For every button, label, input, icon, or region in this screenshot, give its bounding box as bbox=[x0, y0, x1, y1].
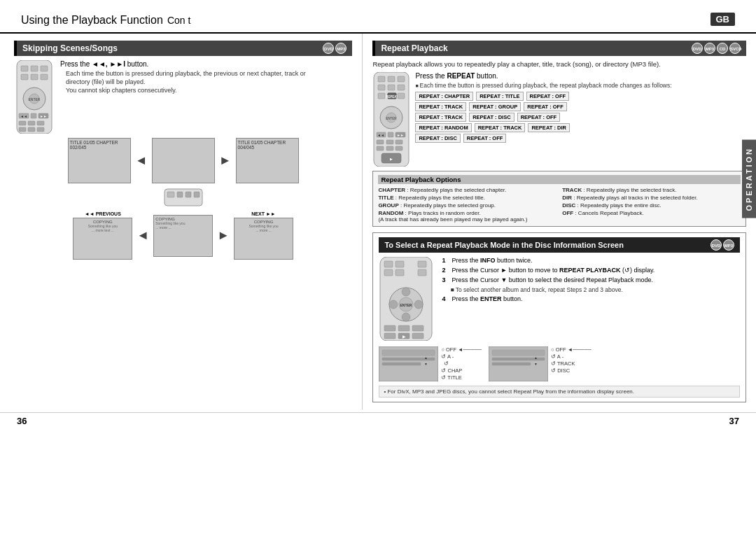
svg-rect-73 bbox=[412, 333, 424, 339]
svg-rect-47 bbox=[396, 140, 402, 144]
skip-prev-block: ◄◄ PREVIOUS COPYING Something like you..… bbox=[73, 211, 132, 260]
left-column: Skipping Scenes/Songs DVD MP3 bbox=[0, 34, 363, 409]
skip-nav-arrow-back2: ◄ bbox=[136, 228, 149, 243]
repeat-row-2: REPEAT : TRACK REPEAT : DISC REPEAT : OF… bbox=[415, 113, 746, 122]
svg-rect-5 bbox=[31, 74, 38, 80]
skip-content: ENTER ◄◄ ►► bbox=[14, 60, 352, 134]
diag-disc-d: ↺ DISC bbox=[551, 367, 592, 374]
repeat-cd-icon: CD bbox=[717, 43, 728, 54]
svg-rect-49 bbox=[386, 146, 393, 150]
diag-off-arrow-2: ○ OFF ◄───── bbox=[551, 346, 592, 353]
repeat-dir: REPEAT : DIR bbox=[528, 123, 569, 132]
to-select-title: To Select a Repeat Playback Mode in the … bbox=[384, 241, 624, 249]
repeat-title: REPEAT : TITLE bbox=[476, 92, 523, 101]
skip-nav-arrow-fwd2: ► bbox=[217, 228, 230, 243]
repeat-instructions-area: Press the REPEAT button. Each time the b… bbox=[415, 72, 746, 167]
svg-rect-19 bbox=[28, 127, 35, 132]
page: Using the Playback Function Con t GB Ski… bbox=[0, 0, 756, 541]
remote-svg-skip: ENTER ◄◄ ►► bbox=[14, 60, 55, 134]
svg-rect-33 bbox=[378, 93, 385, 99]
skip-screen-label-1: TITLE 01/05 CHAPTER 002/045 bbox=[70, 140, 130, 150]
option-random: RANDOM : Plays tracks in random order.(A… bbox=[378, 210, 556, 223]
svg-text:ENTER: ENTER bbox=[400, 303, 412, 307]
steps-area: ENTER ▶ bbox=[379, 257, 740, 342]
skip-screen-5: COPYING Something like you... more ... bbox=[153, 215, 213, 257]
repeat-chapter: REPEAT : CHAPTER bbox=[415, 92, 473, 101]
skip-screen-4: COPYING Something like you... more text … bbox=[73, 218, 132, 260]
step-1-num: 1 bbox=[442, 257, 449, 264]
diag-screen-2: ▲ ▼ bbox=[489, 346, 548, 383]
svg-point-62 bbox=[402, 313, 410, 321]
svg-text:▼: ▼ bbox=[424, 362, 428, 366]
svg-rect-36 bbox=[398, 93, 405, 99]
option-disc: DISC : Repeatedly plays the entire disc. bbox=[562, 202, 741, 209]
page-num-right: 37 bbox=[729, 416, 739, 426]
svg-rect-25 bbox=[194, 192, 200, 197]
repeat-icons: DVD MP3 CD SVCD bbox=[692, 43, 741, 54]
options-title: Repeat Playback Options bbox=[378, 175, 741, 184]
skip-screen-3: TITLE 01/05 CHAPTER 004/045 bbox=[236, 138, 299, 183]
step-3-num: 3 bbox=[442, 276, 449, 283]
svg-rect-24 bbox=[186, 192, 191, 197]
skip-nav-arrow-back: ◄ bbox=[135, 153, 148, 168]
svg-rect-54 bbox=[384, 261, 393, 267]
repeat-dvd-icon: DVD bbox=[692, 43, 703, 54]
svg-text:◄◄: ◄◄ bbox=[20, 114, 27, 118]
repeat-off-2: REPEAT : OFF bbox=[517, 113, 561, 122]
repeat-main-area: REPEAT ENTER ◄◄ ►► bbox=[372, 72, 746, 167]
option-track: TRACK : Repeatedly plays the selected tr… bbox=[562, 187, 741, 193]
svg-rect-56 bbox=[418, 261, 426, 267]
svg-rect-4 bbox=[21, 74, 28, 80]
svg-text:▶: ▶ bbox=[390, 157, 393, 161]
page-numbers: 36 37 bbox=[0, 412, 756, 429]
step-2: 2 Press the Cursor ► button to move to R… bbox=[442, 267, 740, 274]
skip-screen6-content: COPYING Something like you... more ... bbox=[234, 218, 293, 234]
svg-rect-75 bbox=[382, 350, 435, 356]
skip-icons: DVD MP3 bbox=[323, 43, 346, 54]
svg-rect-29 bbox=[398, 76, 405, 82]
repeat-disc-4: REPEAT : DISC bbox=[415, 134, 460, 143]
repeat-mp3-icon: MP3 bbox=[704, 43, 715, 54]
svg-rect-15 bbox=[19, 121, 26, 125]
step-3: 3 Press the Cursor ▼ button to select th… bbox=[442, 276, 740, 283]
svg-point-64 bbox=[414, 300, 423, 309]
diag-screen-svg-2: ▲ ▼ bbox=[489, 346, 548, 381]
option-group: GROUP : Repeatedly plays the selected gr… bbox=[378, 202, 556, 209]
steps-content: 1 Press the INFO button twice. 2 Press t… bbox=[442, 257, 740, 342]
option-off: OFF : Cancels Repeat Playback. bbox=[562, 210, 741, 223]
svg-rect-32 bbox=[398, 85, 405, 90]
skip-prev-label: ◄◄ PREVIOUS bbox=[73, 211, 132, 216]
repeat-section-title: Repeat Playback bbox=[381, 43, 447, 53]
repeat-press-line: Press the REPEAT button. bbox=[415, 72, 746, 80]
option-chapter: CHAPTER : Repeatedly plays the selected … bbox=[378, 187, 556, 193]
header: Using the Playback Function Con t GB bbox=[0, 0, 756, 34]
options-grid: CHAPTER : Repeatedly plays the selected … bbox=[378, 187, 741, 223]
option-title: TITLE : Repeatedly plays the selected ti… bbox=[378, 195, 556, 201]
repeat-track-2: REPEAT : TRACK bbox=[415, 113, 466, 122]
subtitle-text: Con t bbox=[167, 15, 190, 26]
diag-a3: ↺ A - bbox=[551, 353, 592, 360]
step-4-text: Press the ENTER button. bbox=[451, 295, 522, 302]
diag-block-2: ▲ ▼ ○ OFF ◄───── ↺ A - ↺ TRACK ↺ DISC bbox=[489, 346, 592, 383]
step-1-text: Press the INFO button twice. bbox=[451, 257, 532, 264]
repeat-row-3: REPEAT : RANDOM REPEAT : TRACK REPEAT : … bbox=[415, 123, 746, 132]
svg-rect-59 bbox=[418, 269, 426, 276]
steps-remote-svg: ENTER ▶ bbox=[379, 257, 433, 341]
repeat-random: REPEAT : RANDOM bbox=[415, 123, 471, 132]
svg-text:▶: ▶ bbox=[402, 335, 406, 339]
operation-label: OPERATION bbox=[745, 147, 753, 211]
diag-list-2: ○ OFF ◄───── ↺ A - ↺ TRACK ↺ DISC bbox=[551, 346, 592, 374]
skip-remote-row2 bbox=[14, 188, 352, 207]
skip-next-label: NEXT ►► bbox=[234, 211, 293, 216]
svg-rect-42 bbox=[388, 132, 393, 137]
svg-text:▲: ▲ bbox=[534, 356, 538, 360]
svg-rect-46 bbox=[386, 140, 393, 144]
svg-rect-57 bbox=[384, 269, 393, 276]
repeat-section-header: Repeat Playback DVD MP3 CD SVCD bbox=[372, 41, 746, 56]
svg-rect-81 bbox=[492, 350, 545, 356]
steps-remote: ENTER ▶ bbox=[379, 257, 435, 342]
skip-instructions: Press the ◄◄, ►►I button. Each time the … bbox=[60, 60, 352, 134]
svg-point-61 bbox=[402, 288, 410, 296]
bottom-diagrams: ▲ ▼ ○ OFF ◄───── ↺ A - ↺ ↺ CHAP ↺ TITLE bbox=[379, 346, 740, 383]
skip-screen-label-3: TITLE 01/05 CHAPTER 004/045 bbox=[238, 140, 298, 150]
